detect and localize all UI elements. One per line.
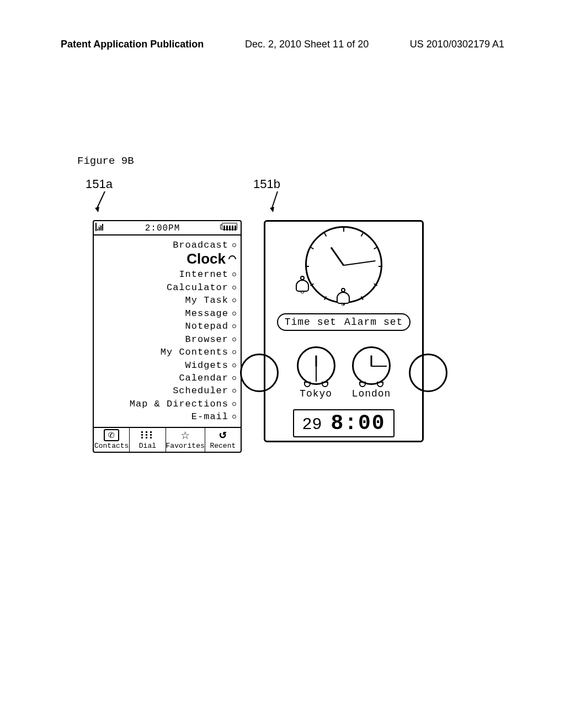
svg-marker-3 — [270, 207, 274, 212]
ref-151b: 151b — [253, 177, 280, 191]
recent-icon: ↺ — [215, 429, 231, 441]
analog-clock-main[interactable] — [305, 226, 382, 303]
header-right: US 2010/0302179 A1 — [410, 39, 504, 50]
menu-item-email[interactable]: E-mail — [96, 410, 236, 423]
digital-clock[interactable]: 29 8:00 — [293, 409, 394, 437]
partial-clock-left — [240, 354, 279, 392]
menu-item-map[interactable]: Map & Directions — [96, 398, 236, 410]
signal-icon: ⟋ — [97, 223, 103, 233]
menu-item-notepad[interactable]: Notepad — [96, 320, 236, 333]
digital-time: 8:00 — [331, 411, 385, 435]
menu-item-mytask[interactable]: My Task — [96, 294, 236, 307]
battery-icon — [222, 223, 237, 233]
menu-item-widgets[interactable]: Widgets — [96, 359, 236, 372]
menu-item-clock[interactable]: Clock — [96, 249, 236, 269]
clock-panel-151b: Time set Alarm set Tokyo London — [264, 220, 424, 442]
page-header: Patent Application Publication Dec. 2, 2… — [0, 0, 565, 56]
phone-icon: ✆ — [104, 429, 119, 441]
tab-contacts[interactable]: ✆ Contacts — [94, 428, 130, 452]
tab-label: Favorites — [166, 442, 205, 450]
header-center: Dec. 2, 2010 Sheet 11 of 20 — [245, 39, 369, 50]
menu-item-mycontents[interactable]: My Contents — [96, 346, 236, 358]
world-clock-london[interactable]: London — [352, 346, 391, 399]
tab-dial[interactable]: Dial — [130, 428, 166, 452]
star-icon: ☆ — [178, 429, 193, 441]
tab-label: Recent — [210, 442, 236, 450]
menu-item-message[interactable]: Message — [96, 307, 236, 320]
menu-item-calculator[interactable]: Calculator — [96, 281, 236, 294]
bottom-tabs: ✆ Contacts Dial ☆ Favorites ↺ Recent — [94, 427, 241, 452]
svg-line-0 — [97, 191, 105, 208]
digital-day: 29 — [302, 415, 322, 434]
svg-marker-1 — [95, 207, 99, 212]
menu-item-internet[interactable]: Internet — [96, 268, 236, 281]
svg-line-2 — [272, 191, 278, 208]
ref-151a: 151a — [86, 177, 113, 191]
header-left: Patent Application Publication — [61, 39, 204, 50]
phone-screen-151a: ⟋ 2:00PM Broadcast Clock Internet Calcul… — [93, 220, 242, 453]
tab-label: Dial — [139, 442, 156, 450]
world-clock-row[interactable]: Tokyo London — [269, 346, 419, 399]
alarm-set-button[interactable]: Alarm set — [344, 317, 403, 328]
time-set-button[interactable]: Time set — [285, 317, 337, 328]
tab-favorites[interactable]: ☆ Favorites — [166, 428, 205, 452]
menu-item-scheduler[interactable]: Scheduler — [96, 384, 236, 397]
menu-item-browser[interactable]: Browser — [96, 333, 236, 346]
city-label: London — [352, 388, 391, 399]
ref-arrows — [93, 191, 565, 212]
reference-labels: 151a 151b — [86, 177, 565, 191]
status-bar: ⟋ 2:00PM — [94, 221, 241, 235]
statusbar-time: 2:00PM — [145, 223, 180, 233]
clock-buttons: Time set Alarm set — [277, 313, 411, 331]
bell-icon — [296, 280, 309, 292]
figure-label: Figure 9B — [77, 155, 565, 167]
menu-item-calendar[interactable]: Calendar — [96, 372, 236, 384]
world-clock-tokyo[interactable]: Tokyo — [297, 346, 335, 399]
tab-label: Contacts — [94, 442, 129, 450]
bell-icon — [337, 292, 350, 304]
partial-clock-right — [409, 354, 447, 392]
city-label: Tokyo — [300, 388, 332, 399]
tab-recent[interactable]: ↺ Recent — [205, 428, 241, 452]
clock-ring-icon — [227, 254, 238, 265]
app-menu-list: Broadcast Clock Internet Calculator My T… — [94, 235, 241, 427]
dialpad-icon — [140, 429, 155, 441]
